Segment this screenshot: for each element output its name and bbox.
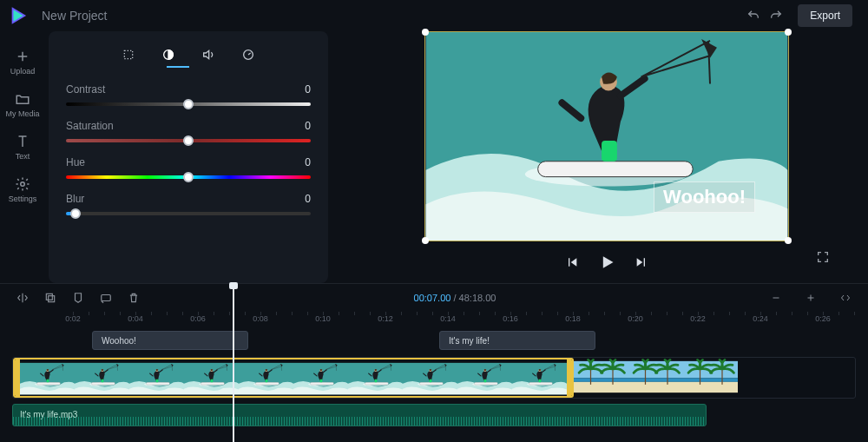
- adjust-contrast: Contrast 0: [66, 83, 311, 106]
- rail-upload[interactable]: Upload: [10, 49, 36, 76]
- current-time: 00:07.00: [414, 293, 451, 303]
- svg-rect-17: [102, 295, 111, 301]
- app-logo: [9, 6, 28, 25]
- text-overlay[interactable]: Woohoo!: [654, 181, 755, 213]
- prev-button[interactable]: [565, 255, 579, 273]
- svg-rect-16: [46, 294, 52, 300]
- undo-button[interactable]: [742, 4, 765, 27]
- playhead[interactable]: [233, 284, 234, 442]
- caption-button[interactable]: [95, 287, 116, 308]
- split-button[interactable]: [12, 287, 33, 308]
- svg-point-11: [21, 182, 25, 187]
- plus-icon: [15, 49, 30, 64]
- timeline: 00:07.00 / 48:18.00 0:020:040:060:080:10…: [0, 283, 868, 442]
- saturation-value: 0: [305, 120, 311, 132]
- timeline-ruler[interactable]: 0:020:040:060:080:100:120:140:160:180:20…: [0, 312, 868, 329]
- next-button[interactable]: [635, 255, 648, 273]
- adjustments-panel: Contrast 0 Saturation 0 Hue 0: [49, 31, 328, 283]
- saturation-label: Saturation: [66, 120, 114, 132]
- audio-clip[interactable]: It's my life.mp3: [12, 404, 707, 426]
- tab-crop[interactable]: [120, 46, 137, 63]
- duplicate-button[interactable]: [40, 287, 61, 308]
- ruler-label: 0:18: [565, 314, 581, 323]
- playback-controls: [565, 254, 648, 274]
- rail-text[interactable]: Text: [15, 134, 30, 161]
- folder-icon: [15, 91, 30, 107]
- fullscreen-button[interactable]: [816, 250, 830, 267]
- selection-handle[interactable]: [785, 237, 792, 244]
- rail-label: My Media: [5, 109, 39, 118]
- rail-label: Text: [16, 152, 30, 161]
- ruler-label: 0:12: [378, 314, 393, 323]
- redo-button[interactable]: [765, 4, 787, 27]
- text-clip[interactable]: It's my life!: [439, 331, 595, 350]
- ruler-label: 0:06: [190, 314, 206, 323]
- text-icon: [15, 134, 30, 149]
- split-icon: [16, 292, 29, 304]
- rail-settings[interactable]: Settings: [9, 176, 37, 203]
- ruler-label: 0:08: [253, 314, 268, 323]
- ruler-label: 0:22: [690, 314, 706, 323]
- crop-icon: [122, 48, 135, 62]
- contrast-value: 0: [305, 83, 311, 96]
- plus-icon: [806, 293, 816, 303]
- ruler-label: 0:16: [503, 314, 518, 323]
- contrast-icon: [161, 48, 175, 62]
- hue-label: Hue: [66, 156, 85, 168]
- tab-underline: [167, 66, 189, 68]
- ruler-label: 0:26: [815, 314, 831, 323]
- gear-icon: [15, 176, 30, 192]
- ruler-label: 0:24: [753, 314, 768, 323]
- ruler-label: 0:10: [315, 314, 331, 323]
- rail-my-media[interactable]: My Media: [5, 91, 39, 118]
- skip-forward-icon: [635, 255, 648, 269]
- delete-button[interactable]: [123, 287, 144, 308]
- text-clip[interactable]: Woohoo!: [92, 331, 248, 350]
- slider-thumb[interactable]: [183, 135, 194, 146]
- selection-handle[interactable]: [422, 237, 429, 244]
- svg-rect-15: [49, 296, 55, 302]
- rail-label: Settings: [9, 195, 37, 203]
- marker-button[interactable]: [68, 287, 89, 308]
- video-clip-selected[interactable]: [13, 358, 574, 398]
- tab-color[interactable]: [160, 46, 177, 63]
- timecode: 00:07.00 / 48:18.00: [414, 293, 496, 303]
- ruler-label: 0:04: [128, 314, 143, 323]
- rail-label: Upload: [10, 67, 36, 76]
- export-button[interactable]: Export: [798, 4, 852, 27]
- project-title: New Project: [42, 9, 107, 23]
- blur-slider[interactable]: [66, 212, 311, 215]
- contrast-slider[interactable]: [66, 102, 311, 106]
- fit-icon: [839, 293, 852, 303]
- minus-icon: [771, 293, 781, 303]
- selection-handle[interactable]: [422, 29, 429, 36]
- blur-value: 0: [305, 193, 311, 205]
- tab-speed[interactable]: [240, 46, 257, 63]
- play-button[interactable]: [598, 254, 615, 274]
- total-time: 48:18.00: [459, 293, 496, 303]
- hue-value: 0: [305, 156, 311, 168]
- text-track: Woohoo! It's my life!: [92, 329, 856, 352]
- contrast-label: Contrast: [66, 83, 105, 96]
- preview-canvas[interactable]: Woohoo!: [424, 31, 789, 241]
- ruler-label: 0:20: [628, 314, 643, 323]
- video-track[interactable]: [12, 357, 856, 399]
- selection-handle[interactable]: [785, 29, 792, 36]
- tab-audio[interactable]: [200, 46, 217, 63]
- slider-thumb[interactable]: [183, 172, 194, 182]
- speaker-icon: [201, 48, 215, 62]
- saturation-slider[interactable]: [66, 139, 311, 142]
- hue-slider[interactable]: [66, 175, 311, 179]
- left-rail: Upload My Media Text Settings: [0, 31, 45, 283]
- text-clip-label: Woohoo!: [102, 336, 136, 346]
- zoom-out-button[interactable]: [766, 287, 786, 308]
- timeline-toolbar: 00:07.00 / 48:18.00: [0, 284, 868, 312]
- video-clip[interactable]: [574, 358, 738, 398]
- adjust-saturation: Saturation 0: [66, 120, 311, 142]
- marker-icon: [72, 292, 84, 304]
- zoom-fit-button[interactable]: [835, 287, 856, 308]
- slider-thumb[interactable]: [183, 99, 194, 109]
- trash-icon: [128, 292, 140, 304]
- zoom-in-button[interactable]: [800, 287, 821, 308]
- slider-thumb[interactable]: [70, 208, 81, 219]
